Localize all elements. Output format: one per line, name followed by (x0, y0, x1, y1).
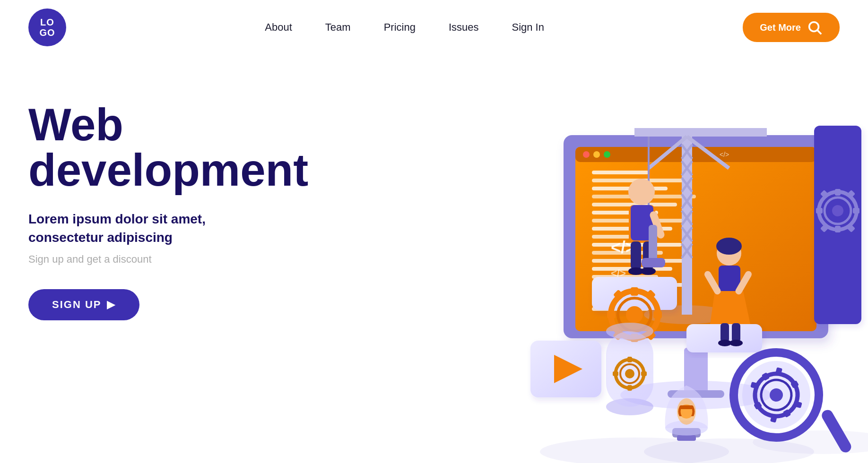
svg-rect-93 (627, 385, 632, 391)
svg-rect-37 (835, 226, 841, 232)
svg-rect-94 (641, 371, 647, 376)
svg-rect-85 (642, 258, 665, 267)
hero-discount-text: Sign up and get a discount (28, 253, 308, 266)
svg-rect-92 (627, 357, 632, 362)
svg-point-91 (625, 369, 634, 378)
hero-subtitle: Lorem ipsum dolor sit amet,consectetur a… (28, 210, 308, 247)
main-nav: About Team Pricing Issues Sign In (66, 21, 743, 34)
svg-point-106 (729, 340, 743, 346)
nav-pricing[interactable]: Pricing (384, 21, 416, 34)
svg-point-10 (604, 151, 610, 158)
svg-point-67 (626, 306, 643, 323)
svg-rect-39 (816, 208, 823, 214)
illustration-svg: </> </> (327, 74, 868, 463)
svg-rect-103 (720, 323, 729, 342)
nav-issues[interactable]: Issues (449, 21, 479, 34)
get-more-button[interactable]: Get More (743, 13, 840, 42)
svg-rect-68 (631, 287, 638, 296)
svg-rect-71 (607, 311, 616, 318)
logo[interactable]: LOGO (28, 9, 66, 46)
svg-rect-95 (613, 371, 618, 376)
nav-about[interactable]: About (265, 21, 292, 34)
svg-rect-7 (575, 147, 816, 162)
svg-point-0 (809, 22, 819, 32)
svg-point-8 (583, 151, 590, 158)
svg-point-88 (606, 323, 653, 340)
svg-point-76 (628, 179, 655, 205)
signup-button[interactable]: SIGN UP ▶ (28, 289, 139, 320)
svg-rect-36 (835, 189, 841, 196)
nav-team[interactable]: Team (325, 21, 351, 34)
svg-rect-79 (631, 241, 641, 270)
header: LOGO About Team Pricing Issues Sign In G… (0, 0, 868, 55)
get-more-label: Get More (760, 22, 801, 33)
signup-arrow-icon: ▶ (107, 299, 116, 311)
svg-point-82 (641, 267, 656, 275)
svg-point-35 (832, 205, 843, 216)
svg-rect-104 (732, 323, 740, 342)
nav-right: Get More (743, 13, 840, 42)
svg-line-1 (817, 30, 821, 34)
svg-point-9 (593, 151, 600, 158)
svg-rect-38 (853, 208, 859, 214)
hero-section: Webdevelopment Lorem ipsum dolor sit ame… (0, 55, 868, 463)
svg-rect-46 (634, 128, 767, 137)
logo-text: LOGO (39, 17, 55, 38)
svg-rect-70 (653, 311, 662, 318)
svg-rect-114 (679, 405, 694, 409)
svg-marker-102 (710, 291, 750, 324)
search-icon (807, 19, 823, 35)
hero-illustration: </> </> (327, 74, 868, 463)
svg-text:</>: </> (720, 151, 729, 158)
hero-text: Webdevelopment Lorem ipsum dolor sit ame… (28, 74, 308, 320)
svg-point-105 (718, 340, 731, 346)
hero-title: Webdevelopment (28, 102, 308, 193)
svg-point-100 (716, 238, 742, 255)
svg-rect-12 (592, 171, 649, 174)
signup-label: SIGN UP (52, 299, 101, 311)
nav-signin[interactable]: Sign In (512, 21, 544, 34)
